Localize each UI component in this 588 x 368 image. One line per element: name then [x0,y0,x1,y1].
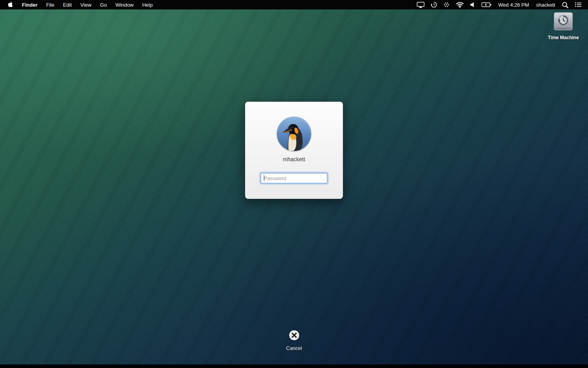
dots-icon[interactable] [440,0,453,9]
cancel-button-label: Cancel [270,345,318,351]
time-machine-drive-icon [551,12,575,34]
menu-bar-user[interactable]: shackett [533,2,559,8]
apple-logo-icon [8,1,13,9]
menu-file[interactable]: File [42,0,59,9]
password-field-wrap [261,173,327,183]
menu-bar-left: Finder File Edit View Go Window Help [0,0,157,9]
text-caret [264,175,264,181]
spotlight-search-icon[interactable] [559,0,572,9]
desktop-icon-time-machine[interactable]: Time Machine [548,12,579,40]
login-dialog: mhackett [245,102,343,199]
desktop-icon-label: Time Machine [548,35,579,40]
menu-view[interactable]: View [76,0,96,9]
time-machine-icon[interactable] [428,0,440,9]
menu-help[interactable]: Help [138,0,157,9]
cancel-x-circle-icon [288,329,300,343]
airplay-icon[interactable] [414,0,428,9]
notification-center-icon[interactable] [572,0,585,9]
menu-bar-clock[interactable]: Wed 4:26 PM [495,2,533,8]
login-username: mhackett [283,156,305,162]
bottom-black-strip [0,364,588,368]
apple-menu[interactable] [4,0,18,9]
menu-edit[interactable]: Edit [59,0,76,9]
battery-icon[interactable] [478,0,495,9]
menu-window[interactable]: Window [111,0,138,9]
menu-finder[interactable]: Finder [18,0,42,9]
password-input[interactable] [261,173,327,183]
user-avatar [277,117,311,151]
menu-go[interactable]: Go [96,0,111,9]
cancel-button[interactable]: Cancel [270,329,318,351]
menu-bar-status-area: Wed 4:26 PM shackett [414,0,588,9]
wifi-icon[interactable] [453,0,467,9]
menu-bar: Finder File Edit View Go Window Help [0,0,588,9]
volume-icon[interactable] [467,0,478,9]
